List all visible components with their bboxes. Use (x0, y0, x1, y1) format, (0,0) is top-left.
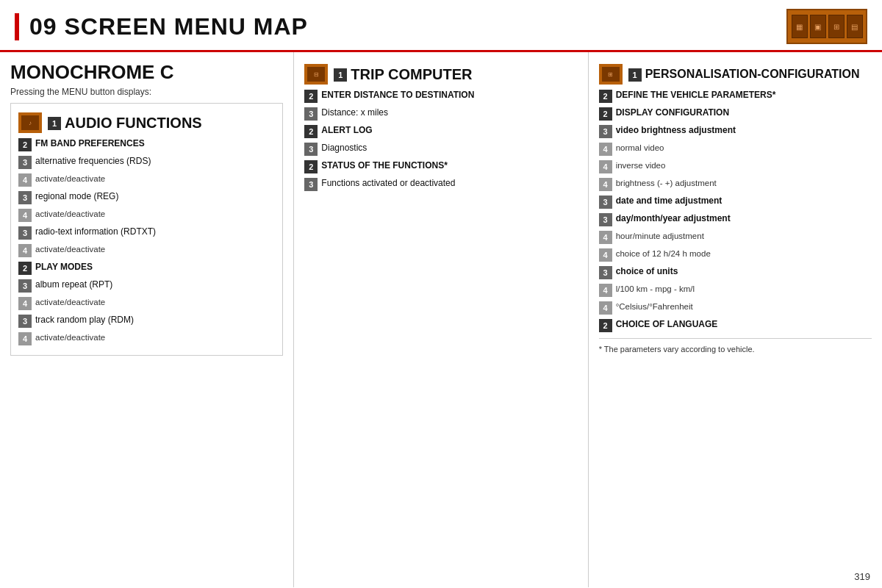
level-badge-3: 3 (599, 213, 612, 226)
level-badge-4: 4 (18, 244, 32, 257)
section-badge-3: 1 (628, 68, 642, 82)
list-item: 3 album repeat (RPT) (18, 279, 275, 293)
list-item: 2 DEFINE THE VEHICLE PARAMETERS* (599, 89, 872, 103)
section-badge-2: 1 (334, 68, 347, 82)
col1-section-header: ♪ 1 AUDIO FUNCTIONS (18, 112, 275, 133)
page-number: 319 (854, 571, 870, 582)
item-text: Functions activated or deactivated (321, 177, 455, 190)
level-badge-3: 3 (18, 156, 32, 169)
level-badge-2: 2 (599, 319, 612, 332)
level-badge-4: 4 (599, 248, 612, 262)
item-text: regional mode (REG) (35, 190, 118, 203)
list-item: 2 ALERT LOG (304, 124, 577, 138)
list-item: 3 Distance: x miles (304, 107, 577, 121)
list-item: 3 date and time adjustment (599, 195, 872, 209)
level-badge-2: 2 (304, 90, 318, 103)
choice-of-units-item: choice of units (616, 265, 678, 278)
level-badge-4: 4 (599, 301, 612, 315)
page-header: 09 SCREEN MENU MAP ▦ ▣ ⊞ ▤ (0, 0, 882, 52)
date-time-item: date and time adjustment (616, 195, 723, 207)
config-icon-box: ⊞ (599, 64, 623, 85)
list-item: 4 activate/deactivate (18, 243, 275, 257)
list-item: 3 Functions activated or deactivated (304, 177, 577, 191)
item-text: l/100 km - mpg - km/l (616, 283, 695, 295)
config-icon-inner: ⊞ (602, 67, 620, 82)
header-icon-4: ▤ (847, 15, 863, 38)
item-text: °Celsius/°Fahrenheit (616, 301, 693, 312)
divider (599, 338, 872, 339)
level-badge-4: 4 (18, 332, 32, 345)
trip-icon-box: ⊟ (304, 64, 328, 85)
col1-inner-panel: ♪ 1 AUDIO FUNCTIONS 2 FM BAND PREFERENCE… (10, 103, 283, 356)
list-item: 4 inverse video (599, 159, 872, 173)
list-item: 2 STATUS OF THE FUNCTIONS* (304, 159, 577, 173)
item-text: normal video (616, 142, 664, 154)
level-badge-3: 3 (599, 196, 612, 209)
page-title: 09 SCREEN MENU MAP (15, 13, 308, 40)
item-text: alternative frequencies (RDS) (35, 155, 151, 168)
header-icon-box: ▦ ▣ ⊞ ▤ (786, 9, 867, 44)
level-badge-2: 2 (18, 262, 32, 275)
audio-icon: ♪ (29, 120, 32, 126)
list-item: 3 video brightness adjustment (599, 124, 872, 138)
list-item: 4 normal video (599, 142, 872, 156)
list-item: 4 °Celsius/°Fahrenheit (599, 301, 872, 315)
item-text: track random play (RDM) (35, 314, 134, 326)
config-icon: ⊞ (608, 71, 613, 78)
brightness-item: brightness (- +) adjustment (616, 177, 717, 189)
list-item: 2 ENTER DISTANCE TO DESTINATION (304, 89, 577, 103)
header-icon-1: ▦ (792, 15, 808, 38)
item-text: radio-text information (RDTXT) (35, 226, 156, 238)
column-3: ⊞ 1 PERSONALISATION-CONFIGURATION 2 DEFI… (589, 52, 882, 587)
level-badge-4: 4 (599, 284, 612, 297)
item-text: Diagnostics (321, 142, 367, 154)
level-badge-2: 2 (599, 90, 612, 103)
item-text: choice of 12 h/24 h mode (616, 248, 711, 259)
item-text: album repeat (RPT) (35, 279, 112, 291)
col2-section-header: ⊟ 1 TRIP COMPUTER (304, 64, 577, 85)
level-badge-3: 3 (304, 143, 318, 156)
list-item: 4 l/100 km - mpg - km/l (599, 283, 872, 297)
col1-subtitle: Pressing the MENU button displays: (10, 87, 283, 97)
col3-section-title: PERSONALISATION-CONFIGURATION (645, 68, 860, 81)
list-item: 2 FM BAND PREFERENCES (18, 137, 275, 151)
level-badge-2: 2 (304, 160, 318, 173)
item-text: activate/deactivate (35, 173, 105, 184)
list-item: 4 choice of 12 h/24 h mode (599, 248, 872, 262)
header-icon-2: ▣ (810, 15, 826, 38)
list-item: 3 regional mode (REG) (18, 190, 275, 204)
item-text: hour/minute adjustment (616, 230, 704, 242)
level-badge-3: 3 (599, 266, 612, 279)
level-badge-4: 4 (18, 173, 32, 187)
level-badge-3: 3 (18, 226, 32, 240)
level-badge-2: 2 (304, 125, 318, 138)
item-text: STATUS OF THE FUNCTIONS* (321, 159, 448, 172)
list-item: 3 choice of units (599, 265, 872, 279)
header-icon-3: ⊞ (828, 15, 845, 38)
video-brightness-item: video brightness adjustment (616, 124, 736, 137)
item-text: CHOICE OF LANGUAGE (616, 318, 718, 331)
level-badge-4: 4 (18, 297, 32, 310)
item-text: DISPLAY CONFIGURATION (616, 107, 729, 119)
list-item: 2 PLAY MODES (18, 261, 275, 275)
item-text: DEFINE THE VEHICLE PARAMETERS* (616, 89, 776, 101)
list-item: 3 Diagnostics (304, 142, 577, 156)
level-badge-4: 4 (18, 209, 32, 222)
audio-icon-box: ♪ (18, 112, 42, 133)
list-item: 4 activate/deactivate (18, 331, 275, 345)
column-1: MONOCHROME C Pressing the MENU button di… (0, 52, 294, 587)
section-badge-1: 1 (48, 117, 61, 130)
level-badge-4: 4 (599, 160, 612, 173)
level-badge-4: 4 (599, 231, 612, 244)
item-text: PLAY MODES (35, 261, 93, 273)
item-text: activate/deactivate (35, 296, 105, 308)
list-item: 2 DISPLAY CONFIGURATION (599, 107, 872, 121)
list-item: 2 CHOICE OF LANGUAGE (599, 318, 872, 332)
list-item: 3 radio-text information (RDTXT) (18, 226, 275, 240)
col3-section-header: ⊞ 1 PERSONALISATION-CONFIGURATION (599, 64, 872, 85)
item-text: Distance: x miles (321, 107, 388, 119)
level-badge-4: 4 (599, 178, 612, 191)
col1-section-title: AUDIO FUNCTIONS (65, 115, 202, 132)
col1-title: MONOCHROME C (10, 61, 283, 84)
trip-icon: ⊟ (314, 71, 319, 78)
